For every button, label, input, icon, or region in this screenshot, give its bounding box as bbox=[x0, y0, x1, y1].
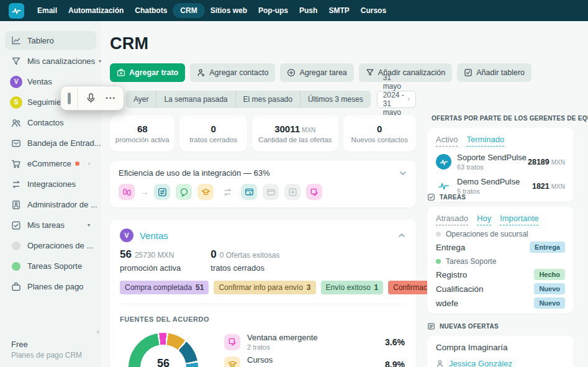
segment-ayer[interactable]: Ayer bbox=[126, 91, 156, 108]
manager-row-demo[interactable]: Demo SendPulse5 tratos 1821MXN bbox=[436, 177, 565, 195]
tasks-check-icon bbox=[11, 220, 21, 230]
tasks-card: Atrasado Hoy Importante Operaciones de s… bbox=[427, 207, 574, 314]
sidebar-item-tablero[interactable]: Tablero bbox=[5, 31, 96, 50]
sidebar-item-integraciones[interactable]: Integraciones bbox=[0, 174, 101, 194]
sidebar-item-mis-tareas[interactable]: Mis tareas ▾ bbox=[0, 215, 101, 235]
sidebar-item-administrador[interactable]: Administrador de ... bbox=[0, 194, 101, 215]
task-row-wdefe[interactable]: wdefe Nuevo bbox=[436, 297, 565, 309]
manager-avatar bbox=[436, 154, 451, 170]
segment-mes-pasado[interactable]: El mes pasado bbox=[235, 91, 300, 108]
tab-importante[interactable]: Importante bbox=[500, 214, 538, 225]
nav-item-chatbots[interactable]: Chatbots bbox=[129, 3, 173, 18]
crm-icon[interactable] bbox=[241, 184, 257, 200]
nav-item-smtp[interactable]: SMTP bbox=[323, 3, 355, 18]
pulse-line-icon bbox=[436, 182, 451, 191]
sidebar-item-label: Bandeja de Entrad... bbox=[27, 138, 101, 148]
pipeline-avatar: V bbox=[120, 229, 133, 242]
plan-link[interactable]: Planes de pago CRM bbox=[11, 351, 82, 360]
integrations-link-icon[interactable] bbox=[219, 184, 235, 200]
add-integration-icon[interactable] bbox=[284, 184, 301, 200]
text-cursor-bar bbox=[68, 93, 71, 104]
new-offer-deal-name[interactable]: Compra Imaginaría bbox=[436, 343, 565, 352]
sendpulse-logo-icon[interactable] bbox=[9, 3, 24, 19]
add-contact-button[interactable]: Agregar contacto bbox=[190, 63, 275, 82]
tab-activo[interactable]: Activo bbox=[436, 135, 458, 147]
pipeline-closed-stat: 00 Ofertas exitosas tratos cerrados bbox=[210, 248, 279, 273]
segment-3-meses[interactable]: Últimos 3 meses bbox=[300, 91, 371, 108]
add-task-button[interactable]: Agregar tarea bbox=[280, 63, 353, 82]
add-deal-button[interactable]: Agregar trato bbox=[110, 63, 185, 82]
sidebar-item-label: Ventas bbox=[27, 77, 52, 86]
sidebar-item-ecommerce[interactable]: eCommerce ‹ bbox=[0, 153, 101, 174]
sidebar-item-label: eCommerce bbox=[27, 159, 71, 168]
tab-terminado[interactable]: Terminado bbox=[466, 135, 504, 147]
chevron-down-icon[interactable] bbox=[399, 169, 407, 178]
donut-center-value: 56 bbox=[157, 357, 170, 367]
nav-item-crm[interactable]: CRM bbox=[173, 3, 204, 18]
popup-forms-icon[interactable] bbox=[119, 184, 135, 200]
chevron-up-icon[interactable] bbox=[397, 231, 406, 240]
team-offers-card: Activo Terminado Soporte SendPulse63 tra… bbox=[427, 128, 574, 202]
action-buttons: Agregar trato Agregar contacto Agregar t… bbox=[110, 63, 416, 82]
nav-item-popups[interactable]: Pop-ups bbox=[253, 3, 294, 18]
sidebar-item-label: Mis tareas bbox=[27, 220, 65, 230]
task-row-entrega[interactable]: Entrega Entrega bbox=[436, 242, 565, 253]
date-range-picker[interactable]: 31 mayo 2024 - 31 mayo 2024 bbox=[377, 91, 416, 108]
funnel-icon bbox=[11, 57, 21, 66]
board-color-dot bbox=[436, 232, 441, 237]
nav-item-push[interactable]: Push bbox=[294, 3, 323, 18]
task-row-cualificacion[interactable]: Cualificación Nuevo bbox=[436, 283, 565, 294]
team-offers-title: OFERTAS POR PARTE DE LOS GERENTES DE EQU… bbox=[432, 115, 588, 122]
contact-link[interactable]: Jessica González bbox=[449, 359, 512, 367]
tasks-title: TAREAS bbox=[440, 194, 466, 201]
manager-row-soporte[interactable]: Soporte SendPulse63 tratos 28189MXN bbox=[436, 153, 565, 171]
deal-sources-title: FUENTES DEL ACUERDO bbox=[120, 315, 406, 323]
sidebar-collapse-chevron[interactable]: ‹ bbox=[97, 327, 99, 336]
show-more-link[interactable]: Mostrar más bbox=[436, 313, 489, 314]
microphone-icon[interactable] bbox=[86, 93, 96, 104]
pipeline-name-link[interactable]: Ventas bbox=[140, 230, 168, 241]
team-offers-section: OFERTAS POR PARTE DE LOS GERENTES DE EQU… bbox=[427, 114, 574, 202]
stat-closed-deals: 0 tratos cerrados bbox=[179, 116, 247, 152]
more-options-icon[interactable]: ··· bbox=[106, 95, 116, 101]
sidebar-item-planes-de-pago[interactable]: Planes de pago bbox=[0, 276, 101, 297]
calendar-icon bbox=[408, 95, 410, 104]
stage-tags: Compra completada51 Confirmar info para … bbox=[120, 281, 406, 294]
integration-efficiency-card: Eficiencia de uso de la integración — 63… bbox=[110, 161, 416, 207]
sidebar-item-mis-canalizaciones[interactable]: Mis canalizaciones ▾ bbox=[0, 51, 101, 71]
wallet-icon bbox=[11, 282, 21, 292]
sidebar-item-operaciones[interactable]: Operaciones de ... bbox=[0, 235, 101, 256]
sidebar-footer: Free Planes de pago CRM bbox=[11, 340, 82, 360]
automation360-icon[interactable] bbox=[154, 184, 170, 200]
task-status-badge: Nuevo bbox=[534, 297, 565, 309]
nav-item-automatizacion[interactable]: Automatización bbox=[63, 3, 129, 18]
courses-icon[interactable] bbox=[197, 184, 214, 200]
text-cursor-handle[interactable] bbox=[61, 86, 78, 110]
sidebar-item-tareas-soporte[interactable]: Tareas Soporte bbox=[0, 256, 101, 276]
main-content: CRM Agregar trato Agregar contacto Agreg… bbox=[101, 21, 422, 367]
person-icon bbox=[436, 360, 444, 367]
stage-tag: Envío exitoso1 bbox=[321, 281, 384, 294]
right-panel: OFERTAS POR PARTE DE LOS GERENTES DE EQU… bbox=[421, 21, 584, 367]
tab-hoy[interactable]: Hoy bbox=[477, 214, 491, 225]
nav-item-sitios-web[interactable]: Sitios web bbox=[205, 3, 253, 18]
deal-sources-legend: Ventana emergente2 tratos 3.6% Cursos5 t… bbox=[224, 333, 406, 367]
task-row-registro[interactable]: Registro Hecho bbox=[436, 269, 565, 280]
popups-check-icon[interactable] bbox=[306, 184, 322, 200]
nav-item-email[interactable]: Email bbox=[32, 3, 63, 18]
sidebar-item-contactos[interactable]: Contactos bbox=[0, 112, 101, 133]
chevron-icon: ‹ bbox=[88, 161, 90, 166]
sidebar-item-label: Tareas Soporte bbox=[27, 261, 82, 271]
segment-semana-pasada[interactable]: La semana pasada bbox=[156, 91, 235, 108]
new-offer-card[interactable]: Compra Imaginaría Jessica González Venta… bbox=[427, 336, 574, 367]
live-chat-icon[interactable] bbox=[176, 184, 192, 200]
nav-item-cursos[interactable]: Cursos bbox=[355, 3, 392, 18]
payments-icon[interactable] bbox=[263, 184, 279, 200]
sidebar-item-bandeja-entrada[interactable]: Bandeja de Entrad... bbox=[0, 133, 101, 153]
dashboard-chart-icon bbox=[11, 35, 21, 45]
plan-name: Free bbox=[11, 340, 82, 349]
list-box-icon bbox=[427, 322, 435, 330]
stage-tag: Confirmar info para envío3 bbox=[214, 281, 315, 294]
sidebar-item-label: Tablero bbox=[27, 36, 54, 45]
tab-atrasado[interactable]: Atrasado bbox=[436, 214, 468, 225]
